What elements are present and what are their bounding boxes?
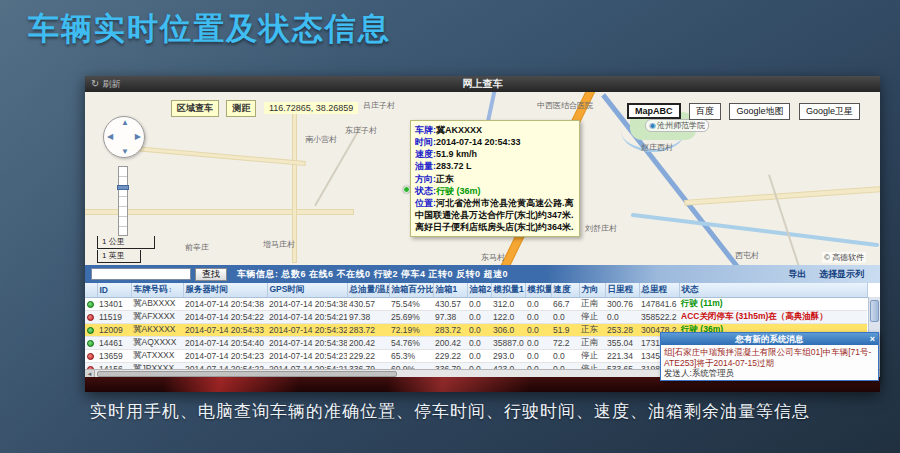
layer-google-map-button[interactable]: Google地图 bbox=[729, 103, 790, 120]
coordinates-readout: 116.72865, 38.26859 bbox=[264, 102, 358, 114]
river bbox=[631, 213, 880, 247]
scale-mi-label: 1 英里 bbox=[97, 250, 141, 263]
online-dot-icon bbox=[87, 301, 94, 308]
system-message-popup: 您有新的系统消息× 组[石家庄中瑞预拌混凝土有限公司车组01]中车辆[71号-A… bbox=[660, 332, 879, 381]
map-label: 东马村 bbox=[481, 252, 505, 263]
map-label: 东庄子村 bbox=[345, 125, 377, 136]
layer-google-satellite-button[interactable]: Google卫星 bbox=[799, 103, 860, 120]
column-header[interactable]: 车牌号码↕ bbox=[131, 283, 183, 297]
column-header[interactable]: 油箱百分比 bbox=[389, 283, 433, 297]
map-label: 西屯村 bbox=[735, 250, 759, 261]
table-header-row: ID车牌号码↕服务器时间GPS时间总油量/温度油箱百分比油箱1油箱2模拟量1模拟… bbox=[85, 283, 867, 297]
app-window: ↻刷新 网上查车 吕庄子村东庄子村南小营村中西医结合医院赵庄西村前辛庄增马庄村刘… bbox=[85, 76, 880, 392]
offline-dot-icon bbox=[87, 353, 94, 360]
map-pan-control[interactable]: ▲ ▼ ◀ ▶ bbox=[103, 116, 145, 158]
window-titlebar: ↻刷新 网上查车 bbox=[85, 76, 880, 92]
column-header[interactable]: GPS时间 bbox=[267, 283, 347, 297]
column-header[interactable]: 服务器时间 bbox=[183, 283, 267, 297]
pan-right-icon[interactable]: ▶ bbox=[135, 132, 141, 141]
popup-fields: 车牌:冀AKXXXX时间:2014-07-14 20:54:33速度:51.9 … bbox=[415, 124, 575, 233]
minor-road bbox=[768, 174, 804, 265]
system-message-title: 您有新的系统消息× bbox=[661, 333, 878, 345]
popup-field: 状态:行驶 (36m) bbox=[415, 185, 575, 197]
column-header[interactable]: 速度 bbox=[551, 283, 579, 297]
column-header[interactable]: 油箱1 bbox=[433, 283, 467, 297]
map-label: 赵庄西村 bbox=[641, 142, 673, 153]
minor-road bbox=[685, 187, 880, 205]
pan-left-icon[interactable]: ◀ bbox=[107, 132, 113, 141]
poi-icon: ◉ bbox=[649, 121, 656, 130]
pan-up-icon[interactable]: ▲ bbox=[121, 118, 129, 127]
vertical-scrollbar-thumb[interactable] bbox=[870, 300, 879, 322]
popup-field: 方向:正东 bbox=[415, 173, 575, 185]
map-label: 南小营村 bbox=[305, 134, 337, 145]
map-label: 前辛庄 bbox=[185, 242, 209, 253]
table-row[interactable]: 13401冀ABXXXX2014-07-14 20:54:382014-07-1… bbox=[85, 297, 867, 310]
map-zoom-slider[interactable] bbox=[118, 166, 128, 236]
window-title: 网上查车 bbox=[85, 76, 880, 92]
popup-field: 车牌:冀AKXXXX bbox=[415, 124, 575, 136]
column-header[interactable]: 方向 bbox=[579, 283, 605, 297]
measure-distance-button[interactable]: 测距 bbox=[226, 100, 256, 117]
scale-km-label: 1 公里 bbox=[97, 236, 155, 249]
pan-down-icon[interactable]: ▼ bbox=[121, 147, 129, 156]
map-label: 增马庄村 bbox=[263, 239, 295, 250]
system-message-sender: 发送人:系统管理员 bbox=[661, 368, 878, 380]
close-icon[interactable]: × bbox=[870, 333, 875, 345]
slide-title: 车辆实时位置及状态信息 bbox=[28, 8, 391, 50]
offline-dot-icon bbox=[87, 314, 94, 321]
region-search-button[interactable]: 区域查车 bbox=[171, 100, 219, 117]
map-label: 吕庄子村 bbox=[363, 100, 395, 111]
search-input[interactable] bbox=[91, 268, 191, 280]
sort-icon: ↕ bbox=[169, 286, 173, 293]
online-dot-icon bbox=[87, 327, 94, 334]
export-link[interactable]: 导出 bbox=[788, 269, 806, 279]
layer-baidu-button[interactable]: 百度 bbox=[689, 103, 721, 120]
select-columns-link[interactable]: 选择显示列 bbox=[819, 269, 864, 279]
toolbar-links: 导出 选择显示列 bbox=[778, 268, 864, 281]
vehicle-info-popup: 车牌:冀AKXXXX时间:2014-07-14 20:54:33速度:51.9 … bbox=[410, 120, 580, 237]
column-header[interactable]: 总里程 bbox=[639, 283, 679, 297]
column-header[interactable]: 日里程 bbox=[605, 283, 639, 297]
map-attribution: © 高德软件 bbox=[822, 252, 866, 263]
popup-field: 油量:283.72 L bbox=[415, 160, 575, 172]
zoom-slider-thumb[interactable] bbox=[117, 185, 129, 190]
map-canvas[interactable]: 吕庄子村东庄子村南小营村中西医结合医院赵庄西村前辛庄增马庄村刘舒庄村西屯村东马村… bbox=[85, 92, 880, 265]
map-toolbar: 区域查车 测距 116.72865, 38.26859 bbox=[171, 97, 361, 117]
column-header[interactable]: 状态 bbox=[679, 283, 867, 297]
layer-mapabc-button[interactable]: MapABC bbox=[627, 103, 681, 119]
map-scale: 1 公里 1 英里 bbox=[97, 236, 155, 263]
map-label: 刘舒庄村 bbox=[585, 223, 617, 234]
column-header[interactable]: 模拟量1 bbox=[491, 283, 525, 297]
popup-field: 位置:河北省沧州市沧县沧黄高速公路.离中国联通沧县万达合作厅(东北)约347米.… bbox=[415, 197, 575, 233]
column-header[interactable]: 总油量/温度 bbox=[347, 283, 389, 297]
table-row[interactable]: 11519冀AFXXXX2014-07-14 20:54:222014-07-1… bbox=[85, 310, 867, 323]
online-dot-icon bbox=[87, 340, 94, 347]
vehicle-toolbar: 查找 车辆信息: 总数6 在线6 不在线0 行驶2 停车4 正转0 反转0 超速… bbox=[85, 265, 880, 283]
column-header[interactable]: 油箱2 bbox=[467, 283, 491, 297]
column-header[interactable] bbox=[85, 283, 97, 297]
system-message-body: 组[石家庄中瑞预拌混凝土有限公司车组01]中车辆[71号-ATE253]将于20… bbox=[661, 345, 878, 368]
map-layer-switcher: MapABC 百度 Google地图 Google卫星 bbox=[623, 100, 860, 120]
slide-caption: 实时用手机、电脑查询车辆的准确位置、停车时间、行驶时间、速度、油箱剩余油量等信息 bbox=[0, 400, 900, 423]
minor-road bbox=[123, 146, 305, 165]
search-button[interactable]: 查找 bbox=[195, 268, 227, 281]
college-poi-label: ◉沧州师范学院 bbox=[645, 119, 709, 132]
popup-field: 时间:2014-07-14 20:54:33 bbox=[415, 136, 575, 148]
column-header[interactable]: 模拟量2 bbox=[525, 283, 551, 297]
map-label: 中西医结合医院 bbox=[537, 100, 593, 111]
popup-field: 速度:51.9 km/h bbox=[415, 148, 575, 160]
fleet-summary: 车辆信息: 总数6 在线6 不在线0 行驶2 停车4 正转0 反转0 超速0 bbox=[237, 268, 508, 281]
location-marker-icon bbox=[403, 186, 410, 193]
column-header[interactable]: ID bbox=[97, 283, 131, 297]
